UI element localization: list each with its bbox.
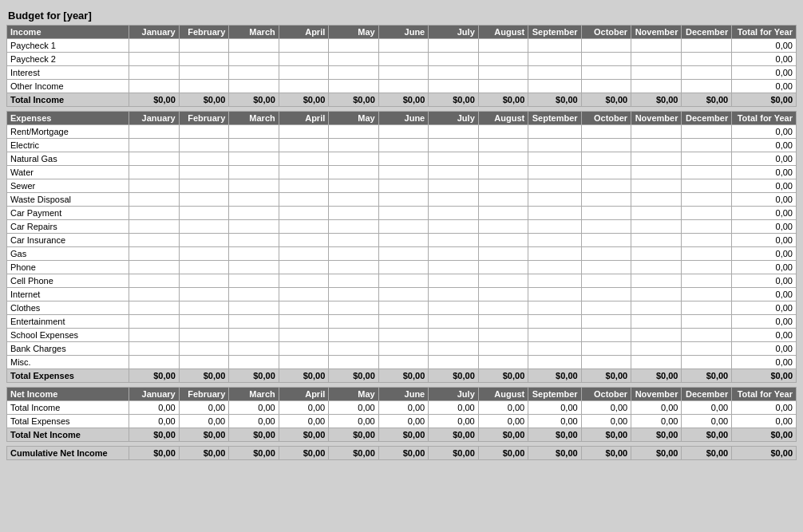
paycheck1-nov[interactable] (631, 39, 682, 53)
paycheck2-nov[interactable] (631, 53, 682, 66)
paycheck2-aug[interactable] (478, 53, 528, 66)
net-aug-header: August (478, 388, 528, 401)
exp-nov-header: November (631, 112, 682, 125)
table-row: Clothes 0,00 (7, 301, 797, 315)
income-may-header: May (329, 26, 379, 39)
other-income-jul[interactable] (429, 80, 479, 93)
table-row: Misc. 0,00 (7, 356, 797, 369)
paycheck2-jan[interactable] (129, 53, 180, 66)
net-oct-header: October (581, 388, 631, 401)
paycheck2-dec[interactable] (682, 53, 732, 66)
net-total-header: Total for Year (732, 388, 797, 401)
sewer-label: Sewer (7, 179, 129, 193)
table-row: Rent/Mortgage 0,00 (7, 125, 797, 139)
interest-total: 0,00 (732, 66, 797, 80)
interest-mar[interactable] (229, 66, 279, 80)
paycheck1-jun[interactable] (378, 39, 429, 53)
other-income-jan[interactable] (129, 80, 180, 93)
paycheck2-feb[interactable] (179, 53, 229, 66)
gas-label: Gas (7, 247, 129, 261)
table-row: Paycheck 1 0,00 (7, 39, 797, 53)
income-sep-header: September (528, 26, 581, 39)
net-dec-header: December (682, 388, 732, 401)
other-income-dec[interactable] (682, 80, 732, 93)
other-income-total: 0,00 (732, 80, 797, 93)
paycheck1-apr[interactable] (279, 39, 329, 53)
total-net-income-label: Total Net Income (7, 428, 129, 442)
exp-mar-header: March (229, 112, 279, 125)
net-apr-header: April (279, 388, 329, 401)
exp-oct-header: October (581, 112, 631, 125)
other-income-mar[interactable] (229, 80, 279, 93)
misc-label: Misc. (7, 356, 129, 369)
paycheck2-total: 0,00 (732, 53, 797, 66)
car-payment-label: Car Payment (7, 207, 129, 220)
paycheck2-mar[interactable] (229, 53, 279, 66)
paycheck1-label: Paycheck 1 (7, 39, 129, 53)
paycheck1-feb[interactable] (179, 39, 229, 53)
income-section-label: Income (7, 26, 129, 39)
other-income-sep[interactable] (528, 80, 581, 93)
net-income-section-label: Net Income (7, 388, 129, 401)
other-income-jun[interactable] (378, 80, 429, 93)
paycheck1-mar[interactable] (229, 39, 279, 53)
income-apr-header: April (279, 26, 329, 39)
table-row: Other Income 0,00 (7, 80, 797, 93)
paycheck1-oct[interactable] (581, 39, 631, 53)
net-nov-header: November (631, 388, 682, 401)
paycheck1-jul[interactable] (429, 39, 479, 53)
interest-nov[interactable] (631, 66, 682, 80)
other-income-nov[interactable] (631, 80, 682, 93)
interest-jan[interactable] (129, 66, 180, 80)
net-total-expenses-label: Total Expenses (7, 415, 129, 428)
paycheck2-oct[interactable] (581, 53, 631, 66)
paycheck1-sep[interactable] (528, 39, 581, 53)
expenses-header-row: Expenses January February March April Ma… (7, 112, 797, 125)
paycheck1-dec[interactable] (682, 39, 732, 53)
interest-oct[interactable] (581, 66, 631, 80)
income-nov-header: November (631, 26, 682, 39)
page-title: Budget for [year] (6, 6, 797, 25)
paycheck2-may[interactable] (329, 53, 379, 66)
interest-feb[interactable] (179, 66, 229, 80)
income-mar-header: March (229, 26, 279, 39)
income-total-header: Total for Year (732, 26, 797, 39)
exp-may-header: May (329, 112, 379, 125)
total-income-apr: $0,00 (279, 93, 329, 107)
paycheck2-sep[interactable] (528, 53, 581, 66)
income-dec-header: December (682, 26, 732, 39)
paycheck2-jun[interactable] (378, 53, 429, 66)
interest-may[interactable] (329, 66, 379, 80)
interest-aug[interactable] (478, 66, 528, 80)
other-income-apr[interactable] (279, 80, 329, 93)
exp-jun-header: June (378, 112, 429, 125)
bank-charges-label: Bank Charges (7, 342, 129, 356)
rent-label: Rent/Mortgage (7, 125, 129, 139)
other-income-feb[interactable] (179, 80, 229, 93)
table-row: Phone 0,00 (7, 261, 797, 274)
waste-disposal-label: Waste Disposal (7, 193, 129, 207)
interest-dec[interactable] (682, 66, 732, 80)
other-income-oct[interactable] (581, 80, 631, 93)
paycheck2-jul[interactable] (429, 53, 479, 66)
net-total-expenses-row: Total Expenses 0,00 0,00 0,00 0,00 0,00 … (7, 415, 797, 428)
interest-jul[interactable] (429, 66, 479, 80)
exp-jul-header: July (429, 112, 479, 125)
table-row: Gas 0,00 (7, 247, 797, 261)
table-row: Waste Disposal 0,00 (7, 193, 797, 207)
other-income-may[interactable] (329, 80, 379, 93)
other-income-aug[interactable] (478, 80, 528, 93)
income-jan-header: January (129, 26, 180, 39)
total-income-oct: $0,00 (581, 93, 631, 107)
paycheck1-may[interactable] (329, 39, 379, 53)
paycheck2-label: Paycheck 2 (7, 53, 129, 66)
total-income-feb: $0,00 (179, 93, 229, 107)
total-income-jan: $0,00 (129, 93, 180, 107)
water-label: Water (7, 166, 129, 179)
interest-apr[interactable] (279, 66, 329, 80)
paycheck2-apr[interactable] (279, 53, 329, 66)
paycheck1-jan[interactable] (129, 39, 180, 53)
interest-jun[interactable] (378, 66, 429, 80)
interest-sep[interactable] (528, 66, 581, 80)
paycheck1-aug[interactable] (478, 39, 528, 53)
